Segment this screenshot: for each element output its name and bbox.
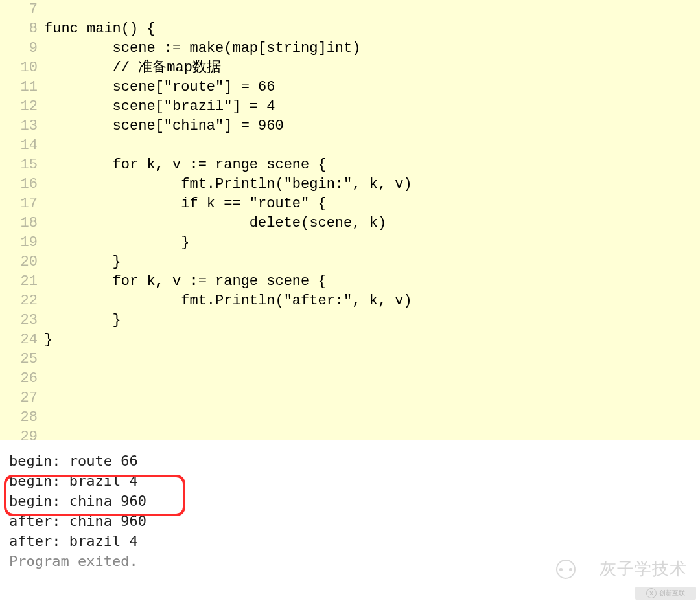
code-line: 19 } <box>0 233 700 253</box>
code-line: 16 fmt.Println("begin:", k, v) <box>0 175 700 194</box>
line-number: 8 <box>0 19 44 39</box>
line-number: 10 <box>0 58 44 78</box>
line-number: 14 <box>0 136 44 155</box>
line-number: 25 <box>0 350 44 369</box>
code-line: 15 for k, v := range scene { <box>0 155 700 175</box>
code-text: scene["route"] = 66 <box>44 78 275 97</box>
code-text: // 准备map数据 <box>44 58 221 78</box>
line-number: 15 <box>0 155 44 175</box>
code-text: for k, v := range scene { <box>44 155 327 175</box>
line-number: 11 <box>0 78 44 97</box>
watermark-text: 灰子学技术 <box>600 558 687 580</box>
code-line: 12 scene["brazil"] = 4 <box>0 97 700 117</box>
code-line: 18 delete(scene, k) <box>0 214 700 233</box>
code-text: } <box>44 330 52 350</box>
code-text: scene["brazil"] = 4 <box>44 97 275 117</box>
code-line: 26 <box>0 369 700 389</box>
output-line: after: brazil 4 <box>9 531 700 551</box>
program-output: begin: route 66begin: brazil 4begin: chi… <box>0 440 700 571</box>
code-line: 13 scene["china"] = 960 <box>0 117 700 136</box>
line-number: 21 <box>0 272 44 291</box>
line-number: 29 <box>0 427 44 447</box>
line-number: 7 <box>0 0 44 19</box>
code-text: } <box>44 233 189 253</box>
code-text: } <box>44 253 121 272</box>
line-number: 22 <box>0 291 44 311</box>
code-line: 21 for k, v := range scene { <box>0 272 700 291</box>
code-line: 20 } <box>0 253 700 272</box>
code-line: 8func main() { <box>0 19 700 39</box>
line-number: 28 <box>0 408 44 427</box>
line-number: 27 <box>0 389 44 408</box>
code-text: scene := make(map[string]int) <box>44 39 360 58</box>
line-number: 13 <box>0 117 44 136</box>
code-line: 10 // 准备map数据 <box>0 58 700 78</box>
code-text: fmt.Println("after:", k, v) <box>44 291 412 311</box>
code-line: 9 scene := make(map[string]int) <box>0 39 700 58</box>
code-text: if k == "route" { <box>44 194 327 214</box>
code-line: 11 scene["route"] = 66 <box>0 78 700 97</box>
code-text: func main() { <box>44 19 156 39</box>
line-number: 9 <box>0 39 44 58</box>
code-line: 23 } <box>0 311 700 330</box>
code-line: 24} <box>0 330 700 350</box>
output-line: begin: route 66 <box>9 451 700 471</box>
line-number: 12 <box>0 97 44 117</box>
code-line: 17 if k == "route" { <box>0 194 700 214</box>
watermark-logo: X创新互联 <box>635 587 696 600</box>
code-line: 7 <box>0 0 700 19</box>
code-line: 28 <box>0 408 700 427</box>
output-line: after: china 960 <box>9 511 700 531</box>
code-text: scene["china"] = 960 <box>44 117 284 136</box>
code-text: fmt.Println("begin:", k, v) <box>44 175 412 194</box>
code-editor: 78func main() {9 scene := make(map[strin… <box>0 0 700 440</box>
line-number: 26 <box>0 369 44 389</box>
code-line: 27 <box>0 389 700 408</box>
code-text: } <box>44 311 121 330</box>
line-number: 20 <box>0 253 44 272</box>
line-number: 19 <box>0 233 44 253</box>
code-line: 14 <box>0 136 700 155</box>
line-number: 24 <box>0 330 44 350</box>
line-number: 17 <box>0 194 44 214</box>
wechat-icon <box>556 560 576 579</box>
code-line: 22 fmt.Println("after:", k, v) <box>0 291 700 311</box>
code-text: for k, v := range scene { <box>44 272 327 291</box>
line-number: 16 <box>0 175 44 194</box>
output-line: begin: china 960 <box>9 491 700 511</box>
code-line: 25 <box>0 350 700 369</box>
output-line: begin: brazil 4 <box>9 471 700 491</box>
output-line: Program exited. <box>9 551 700 571</box>
code-text: delete(scene, k) <box>44 214 386 233</box>
line-number: 18 <box>0 214 44 233</box>
line-number: 23 <box>0 311 44 330</box>
